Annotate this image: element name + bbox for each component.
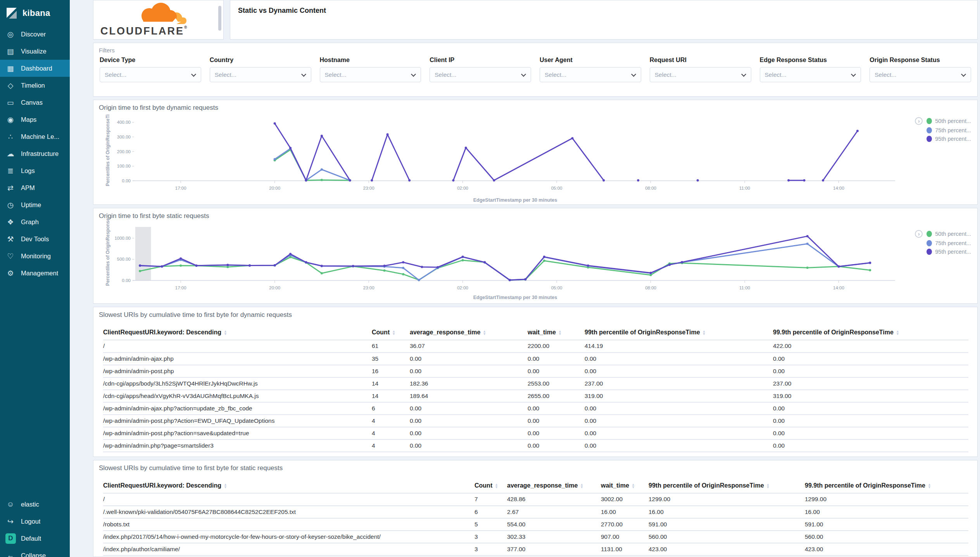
legend-label[interactable]: 50th percent... bbox=[935, 118, 971, 124]
user-agent-select[interactable]: Select... bbox=[540, 67, 641, 82]
legend-color-dot bbox=[927, 249, 932, 255]
column-header-count[interactable]: Count bbox=[474, 479, 507, 493]
sidebar-item-dashboard[interactable]: ▦Dashboard bbox=[0, 60, 70, 77]
sidebar-item-discover[interactable]: ◎Discover bbox=[0, 26, 70, 43]
value-cell: 3002.00 bbox=[601, 493, 649, 506]
data-point bbox=[668, 263, 671, 266]
value-cell: 6 bbox=[372, 402, 410, 415]
chevron-down-icon bbox=[411, 72, 416, 77]
table-row: /wp-admin/admin-ajax.php?action=update_z… bbox=[103, 402, 968, 415]
column-header-99th-percentile-of-originresponsetime[interactable]: 99th percentile of OriginResponseTime bbox=[649, 479, 805, 493]
sidebar: kibana ◎Discover▤Visualize▦Dashboard◇Tim… bbox=[0, 0, 70, 557]
column-header-99-9th-percentile-of-originresponsetime[interactable]: 99.9th percentile of OriginResponseTime bbox=[805, 479, 968, 493]
management-icon: ⚙ bbox=[5, 269, 16, 278]
kibana-logo-icon bbox=[5, 7, 18, 19]
sidebar-item-monitoring[interactable]: ♡Monitoring bbox=[0, 247, 70, 265]
uri-cell: /wp-admin/admin-ajax.php bbox=[103, 353, 372, 365]
sidebar-footer-item-default[interactable]: DDefault bbox=[0, 530, 70, 547]
client-ip-select[interactable]: Select... bbox=[430, 67, 531, 82]
data-point bbox=[697, 179, 699, 182]
select-placeholder: Select... bbox=[105, 71, 126, 78]
apm-icon: ⇄ bbox=[5, 183, 16, 192]
sidebar-item-maps[interactable]: ◉Maps bbox=[0, 111, 70, 128]
sidebar-item-management[interactable]: ⚙Management bbox=[0, 265, 70, 282]
edge-response-status-select[interactable]: Select... bbox=[760, 67, 861, 82]
sidebar-item-machine-le[interactable]: ∴Machine Le... bbox=[0, 128, 70, 145]
hostname-select[interactable]: Select... bbox=[320, 67, 421, 82]
sidebar-item-apm[interactable]: ⇄APM bbox=[0, 179, 70, 196]
legend-label[interactable]: 95th percent... bbox=[935, 249, 971, 255]
value-cell: 36.07 bbox=[410, 340, 528, 353]
user-icon: ☺ bbox=[5, 500, 16, 509]
column-header-clientrequesturi-keyword-descending[interactable]: ClientRequestURI.keyword: Descending bbox=[103, 479, 474, 493]
sidebar-item-logs[interactable]: ≣Logs bbox=[0, 162, 70, 179]
sidebar-item-timelion[interactable]: ◇Timelion bbox=[0, 77, 70, 94]
legend-item-75th-percent: 75th percent... bbox=[915, 240, 971, 246]
column-header-count[interactable]: Count bbox=[372, 326, 410, 340]
data-point bbox=[806, 235, 809, 237]
sidebar-item-infrastructure[interactable]: ☁Infrastructure bbox=[0, 145, 70, 162]
sidebar-footer-item-elastic[interactable]: ☺elastic bbox=[0, 496, 70, 513]
sidebar-item-canvas[interactable]: ▭Canvas bbox=[0, 94, 70, 111]
value-cell: 0.00 bbox=[528, 439, 585, 452]
legend-label[interactable]: 75th percent... bbox=[935, 240, 971, 246]
column-header-wait-time[interactable]: wait_time bbox=[601, 479, 649, 493]
legend-collapse-icon[interactable]: › bbox=[915, 230, 923, 238]
cloudflare-cloud-icon bbox=[127, 3, 197, 24]
sidebar-item-graph[interactable]: ❖Graph bbox=[0, 213, 70, 230]
value-cell: 0.00 bbox=[410, 439, 528, 452]
column-header-average-response-time[interactable]: average_response_time bbox=[507, 479, 601, 493]
dashboard-icon: ▦ bbox=[5, 64, 16, 73]
sidebar-item-label: Graph bbox=[21, 218, 39, 226]
legend-label[interactable]: 95th percent... bbox=[935, 136, 971, 142]
origin-response-status-select[interactable]: Select... bbox=[870, 67, 971, 82]
column-header-label: ClientRequestURI.keyword: Descending bbox=[103, 329, 221, 336]
data-point bbox=[274, 122, 276, 125]
data-point bbox=[637, 179, 639, 182]
request-uri-select[interactable]: Select... bbox=[650, 67, 751, 82]
sidebar-item-dev-tools[interactable]: ⚒Dev Tools bbox=[0, 230, 70, 247]
value-cell: 14 bbox=[372, 377, 410, 390]
data-point bbox=[803, 179, 806, 182]
sidebar-footer-item-logout[interactable]: ↪Logout bbox=[0, 513, 70, 530]
legend-item-50th-percent: ›50th percent... bbox=[915, 230, 971, 238]
sort-icon bbox=[558, 330, 562, 336]
country-select[interactable]: Select... bbox=[210, 67, 311, 82]
data-point bbox=[321, 168, 323, 171]
value-cell: 302.33 bbox=[507, 531, 601, 543]
table-row: /cdn-cgi/apps/head/xVgyKhR-vV3dAUGhMqfBc… bbox=[103, 390, 968, 402]
sort-icon bbox=[392, 330, 395, 336]
data-point bbox=[650, 272, 652, 274]
panel-filters: Filters Device TypeSelect...CountrySelec… bbox=[93, 43, 978, 97]
sidebar-item-label: Discover bbox=[21, 31, 46, 38]
data-point bbox=[421, 266, 423, 268]
column-header-wait-time[interactable]: wait_time bbox=[528, 326, 585, 340]
column-header-99-9th-percentile-of-originresponsetime[interactable]: 99.9th percentile of OriginResponseTime bbox=[773, 326, 968, 340]
sidebar-item-visualize[interactable]: ▤Visualize bbox=[0, 43, 70, 60]
value-cell: 0.00 bbox=[528, 365, 585, 377]
kibana-logo[interactable]: kibana bbox=[0, 0, 70, 26]
device-type-select[interactable]: Select... bbox=[100, 67, 201, 82]
legend-label[interactable]: 50th percent... bbox=[935, 231, 971, 237]
data-point bbox=[161, 265, 163, 268]
x-tick-label: 02:00 bbox=[457, 186, 468, 190]
panel-title: Slowest URIs by cumulative time to first… bbox=[93, 460, 977, 472]
column-header-clientrequesturi-keyword-descending[interactable]: ClientRequestURI.keyword: Descending bbox=[103, 326, 372, 340]
sidebar-footer-item-collapse[interactable]: ←Collapse bbox=[0, 547, 70, 557]
sort-icon bbox=[631, 483, 635, 489]
value-cell: 0.00 bbox=[528, 353, 585, 365]
data-point bbox=[787, 179, 790, 182]
uri-cell: /wp-admin/admin-post.php?action=save&upd… bbox=[103, 427, 372, 439]
legend-collapse-icon[interactable]: › bbox=[915, 117, 923, 125]
sidebar-item-uptime[interactable]: ◷Uptime bbox=[0, 196, 70, 213]
column-header-average-response-time[interactable]: average_response_time bbox=[410, 326, 528, 340]
legend-label[interactable]: 75th percent... bbox=[935, 127, 971, 133]
select-placeholder: Select... bbox=[875, 71, 896, 78]
logs-icon: ≣ bbox=[5, 166, 16, 175]
value-cell: 0.00 bbox=[585, 365, 773, 377]
panel-static-ttfb-chart: Origin time to first byte static request… bbox=[93, 208, 978, 304]
value-cell: 0.00 bbox=[410, 402, 528, 415]
y-tick-label: 400.00 bbox=[117, 120, 131, 125]
column-header-99th-percentile-of-originresponsetime[interactable]: 99th percentile of OriginResponseTime bbox=[585, 326, 773, 340]
panel-scrollbar[interactable] bbox=[218, 6, 221, 31]
